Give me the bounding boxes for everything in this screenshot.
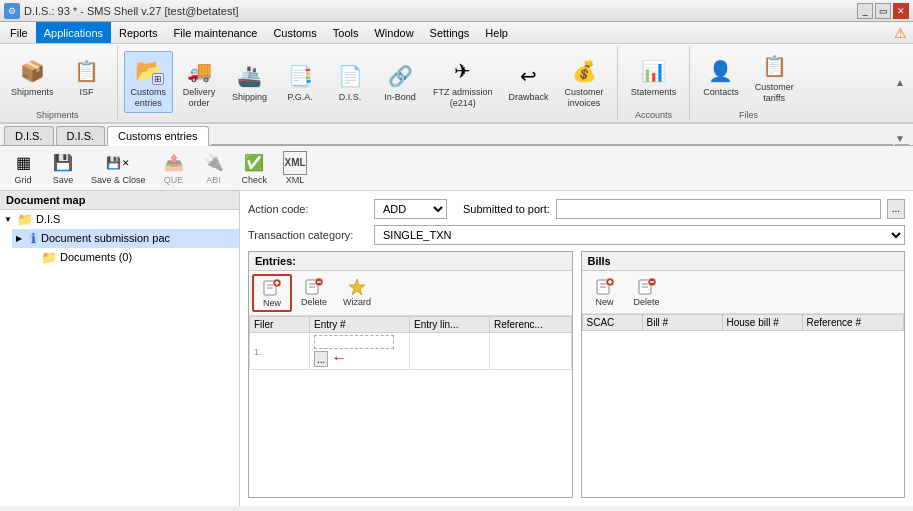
tab-customs-entries[interactable]: Customs entries: [107, 126, 208, 146]
entries-delete-button[interactable]: Delete: [294, 274, 334, 312]
bills-new-button[interactable]: New: [585, 274, 625, 310]
customs-entries-label: Customsentries: [131, 87, 167, 109]
ribbon-btn-dis[interactable]: 📄 D.I.S.: [326, 56, 374, 107]
menu-window[interactable]: Window: [366, 22, 421, 43]
ribbon-btn-drawback[interactable]: ↩ Drawback: [502, 56, 556, 107]
close-button[interactable]: ✕: [893, 3, 909, 19]
entry-num-dots-btn[interactable]: ...: [314, 351, 328, 367]
tree-item-documents[interactable]: 📁 Documents (0): [24, 248, 239, 267]
action-code-select[interactable]: ADD MODIFY DELETE: [374, 199, 447, 219]
entry-filer-cell: 1.: [250, 332, 310, 370]
save-label: Save: [53, 175, 74, 185]
ribbon-btn-invoices[interactable]: 💰 Customerinvoices: [558, 51, 611, 113]
group-label-shipments: Shipments: [4, 110, 111, 120]
bills-new-icon: [595, 277, 615, 297]
restore-button[interactable]: ▭: [875, 3, 891, 19]
tree-arrow-submission: ▶: [16, 234, 26, 243]
menu-bar: File Applications Reports File maintenan…: [0, 22, 913, 44]
bills-panel: Bills New: [581, 251, 906, 498]
isf-icon: 📋: [71, 55, 103, 87]
grid-button[interactable]: ▦ Grid: [4, 148, 42, 188]
check-icon: ✅: [242, 151, 266, 175]
entry-num-input[interactable]: [314, 335, 394, 349]
window-controls: _ ▭ ✕: [857, 3, 909, 19]
ribbon-btn-delivery[interactable]: 🚚 Deliveryorder: [175, 51, 223, 113]
ribbon-btn-customs-entries[interactable]: 📂 ⊞ Customsentries: [124, 51, 174, 113]
ribbon-btn-statements[interactable]: 📊 Statements: [624, 51, 684, 102]
ribbon-btn-isf[interactable]: 📋 ISF: [63, 51, 111, 102]
tree-item-dis[interactable]: ▼ 📁 D.I.S: [0, 210, 239, 229]
transaction-select[interactable]: SINGLE_TXN MULTI_TXN: [374, 225, 905, 245]
menu-file[interactable]: File: [2, 22, 36, 43]
submitted-label: Submitted to port:: [463, 203, 550, 215]
app-icon: ⚙: [4, 3, 20, 19]
entries-new-button[interactable]: New: [252, 274, 292, 312]
bills-delete-button[interactable]: Delete: [627, 274, 667, 310]
ribbon-btn-ftz[interactable]: ✈ FTZ admission(e214): [426, 51, 500, 113]
submitted-input[interactable]: [556, 199, 881, 219]
entries-toolbar: New Delete: [249, 271, 572, 316]
menu-help[interactable]: Help: [477, 22, 516, 43]
ribbon: 📦 Shipments 📋 ISF Shipments 📂 ⊞ Customse…: [0, 44, 913, 124]
table-row: 1. ... ←: [250, 332, 572, 370]
shipping-label: Shipping: [232, 92, 267, 103]
entry-line-cell: [410, 332, 490, 370]
bills-col-reference: Reference #: [802, 314, 904, 330]
check-label: Check: [242, 175, 268, 185]
submitted-dots-btn[interactable]: ...: [887, 199, 905, 219]
abi-label: ABI: [206, 175, 221, 185]
ribbon-btn-tariffs[interactable]: 📋 Customertariffs: [748, 46, 801, 108]
menu-tools[interactable]: Tools: [325, 22, 367, 43]
sidebar-title: Document map: [0, 191, 239, 210]
invoices-icon: 💰: [568, 55, 600, 87]
entries-wizard-label: Wizard: [343, 297, 371, 307]
ribbon-btn-shipping[interactable]: 🚢 Shipping: [225, 56, 274, 107]
ribbon-group-accounts: 📊 Statements Accounts: [624, 46, 691, 120]
ribbon-btn-shipments[interactable]: 📦 Shipments: [4, 51, 61, 102]
window-title: D.I.S.: 93 * - SMS Shell v.27 [test@beta…: [24, 5, 239, 17]
save-close-button[interactable]: 💾✕ Save & Close: [84, 148, 153, 188]
pga-label: P.G.A.: [287, 92, 312, 103]
tab-dis-1[interactable]: D.I.S.: [4, 126, 54, 145]
ftz-label: FTZ admission(e214): [433, 87, 493, 109]
action-code-row: Action code: ADD MODIFY DELETE Submitted…: [248, 199, 905, 219]
bills-delete-label: Delete: [634, 297, 660, 307]
que-button[interactable]: 📤 QUE: [155, 148, 193, 188]
action-code-label: Action code:: [248, 203, 368, 215]
tree-item-submission[interactable]: ▶ ℹ Document submission pac: [12, 229, 239, 248]
entry-num-cell[interactable]: ... ←: [310, 332, 410, 370]
abi-button[interactable]: 🔌 ABI: [195, 148, 233, 188]
menu-customs[interactable]: Customs: [265, 22, 324, 43]
ribbon-btn-contacts[interactable]: 👤 Contacts: [696, 51, 746, 102]
tab-dis-2[interactable]: D.I.S.: [56, 126, 106, 145]
xml-button[interactable]: XML XML: [276, 148, 314, 188]
entries-wizard-button[interactable]: Wizard: [336, 274, 378, 312]
entries-new-label: New: [263, 298, 281, 308]
ribbon-btn-inbond[interactable]: 🔗 In-Bond: [376, 56, 424, 107]
tariffs-label: Customertariffs: [755, 82, 794, 104]
ribbon-btn-pga[interactable]: 📑 P.G.A.: [276, 56, 324, 107]
transaction-row: Transaction category: SINGLE_TXN MULTI_T…: [248, 225, 905, 245]
statements-icon: 📊: [637, 55, 669, 87]
menu-file-maintenance[interactable]: File maintenance: [166, 22, 266, 43]
que-icon: 📤: [162, 151, 186, 175]
menu-reports[interactable]: Reports: [111, 22, 166, 43]
xml-icon: XML: [283, 151, 307, 175]
sidebar: Document map ▼ 📁 D.I.S ▶ ℹ Document subm…: [0, 191, 240, 506]
tab-bar: D.I.S. D.I.S. Customs entries ▼: [0, 124, 913, 146]
menu-applications[interactable]: Applications: [36, 22, 111, 43]
check-button[interactable]: ✅ Check: [235, 148, 275, 188]
dis-icon: 📄: [334, 60, 366, 92]
entry-arrow-icon: ←: [331, 349, 347, 366]
ribbon-group-main: 📂 ⊞ Customsentries 🚚 Deliveryorder 🚢 Shi…: [124, 46, 618, 120]
save-close-label: Save & Close: [91, 175, 146, 185]
save-close-icon: 💾✕: [106, 151, 130, 175]
toolbar: ▦ Grid 💾 Save 💾✕ Save & Close 📤 QUE 🔌 AB…: [0, 146, 913, 191]
minimize-button[interactable]: _: [857, 3, 873, 19]
entry-reference-cell: [490, 332, 572, 370]
save-button[interactable]: 💾 Save: [44, 148, 82, 188]
menu-settings[interactable]: Settings: [422, 22, 478, 43]
contacts-icon: 👤: [705, 55, 737, 87]
ribbon-collapse-btn[interactable]: ▲: [891, 46, 909, 120]
tab-scroll-btn[interactable]: ▼: [895, 133, 909, 145]
